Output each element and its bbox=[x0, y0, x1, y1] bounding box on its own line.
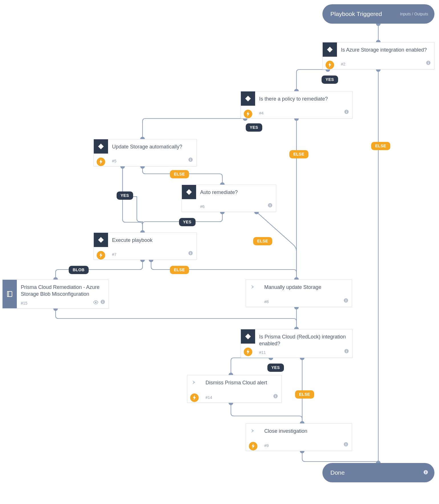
node-title: Is Prisma Cloud (RedLock) integration en… bbox=[259, 333, 348, 347]
info-icon[interactable] bbox=[273, 394, 278, 400]
branch-yes: YES bbox=[322, 76, 338, 84]
node-number: #14 bbox=[206, 395, 212, 400]
node-iconcol bbox=[94, 233, 108, 260]
svg-rect-34 bbox=[346, 111, 347, 113]
info-icon[interactable] bbox=[188, 251, 193, 257]
bolt-icon bbox=[97, 251, 105, 260]
svg-rect-43 bbox=[270, 204, 270, 205]
node-number: #7 bbox=[112, 252, 117, 257]
node-title: Manually update Storage bbox=[264, 284, 348, 291]
node-iconcol bbox=[3, 280, 17, 308]
svg-rect-42 bbox=[270, 205, 270, 206]
start-title: Playbook Triggered bbox=[330, 11, 382, 17]
node-title: Auto remediate? bbox=[200, 189, 272, 196]
node-dismiss-prisma-cloud-alert[interactable]: Dismiss Prisma Cloud alert #14 bbox=[187, 375, 282, 403]
diamond-icon bbox=[182, 185, 196, 199]
node-title: Dismiss Prisma Cloud alert bbox=[206, 379, 277, 386]
node-number: #5 bbox=[112, 159, 117, 163]
svg-rect-32 bbox=[245, 96, 251, 101]
branch-yes: YES bbox=[267, 364, 284, 372]
branch-else: ELSE bbox=[170, 266, 189, 274]
svg-rect-60 bbox=[275, 396, 276, 397]
node-is-azure-storage-integration-enabled[interactable]: Is Azure Storage integration enabled? #2 bbox=[322, 42, 434, 70]
branch-else: ELSE bbox=[371, 142, 390, 150]
node-number: #8 bbox=[264, 299, 269, 304]
branch-else: ELSE bbox=[289, 150, 308, 158]
node-title: Update Storage automatically? bbox=[112, 143, 192, 150]
info-icon[interactable] bbox=[426, 60, 431, 66]
bolt-icon bbox=[244, 110, 252, 118]
info-icon[interactable] bbox=[100, 299, 105, 305]
svg-rect-53 bbox=[345, 300, 346, 301]
svg-rect-47 bbox=[190, 252, 191, 252]
node-number: #15 bbox=[21, 301, 27, 305]
svg-rect-44 bbox=[98, 237, 104, 243]
node-iconcol bbox=[182, 185, 196, 212]
playbook-canvas: Playbook Triggered Inputs / Outputs Is A… bbox=[0, 0, 439, 504]
info-icon[interactable] bbox=[344, 349, 349, 355]
svg-rect-54 bbox=[345, 299, 346, 300]
node-execute-playbook[interactable]: Execute playbook #7 bbox=[94, 232, 197, 260]
branch-yes: YES bbox=[179, 218, 196, 226]
info-icon[interactable] bbox=[344, 109, 349, 115]
bolt-icon bbox=[244, 348, 252, 356]
info-icon[interactable] bbox=[188, 157, 193, 163]
svg-rect-30 bbox=[428, 62, 428, 64]
branch-yes: YES bbox=[117, 191, 133, 200]
node-iconcol bbox=[323, 42, 337, 69]
diamond-icon bbox=[241, 91, 255, 106]
node-number: #9 bbox=[264, 443, 269, 448]
node-iconcol bbox=[241, 91, 255, 118]
start-node[interactable]: Playbook Triggered Inputs / Outputs bbox=[322, 4, 434, 24]
end-title: Done bbox=[330, 469, 345, 476]
node-title: Is Azure Storage integration enabled? bbox=[341, 46, 430, 53]
chevron-icon bbox=[187, 375, 202, 389]
node-auto-remediate[interactable]: Auto remediate? #6 bbox=[182, 185, 276, 212]
node-update-storage-automatically[interactable]: Update Storage automatically? #5 bbox=[94, 139, 197, 166]
diamond-icon bbox=[323, 42, 337, 57]
node-title: Close investigation bbox=[264, 428, 348, 434]
node-title: Is there a policy to remediate? bbox=[259, 95, 348, 102]
node-close-investigation[interactable]: Close investigation #9 bbox=[246, 423, 352, 451]
node-is-there-a-policy-to-remediate[interactable]: Is there a policy to remediate? #4 bbox=[241, 91, 353, 119]
node-title: Prisma Cloud Remediation - Azure Storage… bbox=[21, 284, 105, 298]
svg-rect-51 bbox=[102, 301, 103, 301]
svg-rect-67 bbox=[425, 471, 426, 472]
branch-else: ELSE bbox=[295, 390, 314, 399]
info-icon[interactable] bbox=[268, 203, 273, 209]
node-number: #4 bbox=[259, 111, 264, 115]
svg-rect-38 bbox=[190, 159, 191, 161]
svg-rect-39 bbox=[190, 158, 191, 159]
bolt-icon bbox=[326, 61, 334, 69]
svg-point-48 bbox=[95, 302, 97, 303]
svg-rect-31 bbox=[428, 62, 428, 62]
info-icon[interactable] bbox=[344, 298, 348, 304]
branch-yes: YES bbox=[246, 123, 262, 132]
branch-else: ELSE bbox=[170, 170, 189, 178]
chevron-icon bbox=[246, 424, 260, 438]
svg-rect-36 bbox=[98, 144, 104, 149]
node-prisma-cloud-remediation-azure-storage-blob[interactable]: Prisma Cloud Remediation - Azure Storage… bbox=[2, 279, 109, 309]
node-manually-update-storage[interactable]: Manually update Storage #8 bbox=[246, 279, 352, 307]
svg-rect-46 bbox=[190, 253, 191, 254]
end-node[interactable]: Done bbox=[322, 463, 434, 482]
node-number: #11 bbox=[259, 350, 266, 355]
svg-rect-61 bbox=[275, 395, 276, 395]
svg-rect-35 bbox=[346, 111, 347, 111]
svg-rect-50 bbox=[102, 301, 103, 303]
node-is-prisma-cloud-redlock-integration-enabled[interactable]: Is Prisma Cloud (RedLock) integration en… bbox=[241, 329, 353, 358]
eye-icon[interactable] bbox=[93, 300, 98, 305]
info-icon[interactable] bbox=[344, 442, 348, 448]
node-iconcol bbox=[241, 329, 255, 358]
diamond-icon bbox=[94, 233, 108, 247]
diamond-icon bbox=[241, 329, 255, 344]
info-icon[interactable] bbox=[423, 469, 428, 476]
svg-rect-63 bbox=[345, 444, 346, 445]
bolt-icon bbox=[249, 442, 257, 450]
node-iconcol bbox=[94, 139, 108, 166]
start-subtitle: Inputs / Outputs bbox=[400, 12, 428, 16]
branch-blob: BLOB bbox=[69, 266, 89, 274]
node-iconcol bbox=[246, 424, 260, 451]
svg-rect-57 bbox=[346, 351, 347, 352]
svg-rect-58 bbox=[346, 350, 347, 350]
